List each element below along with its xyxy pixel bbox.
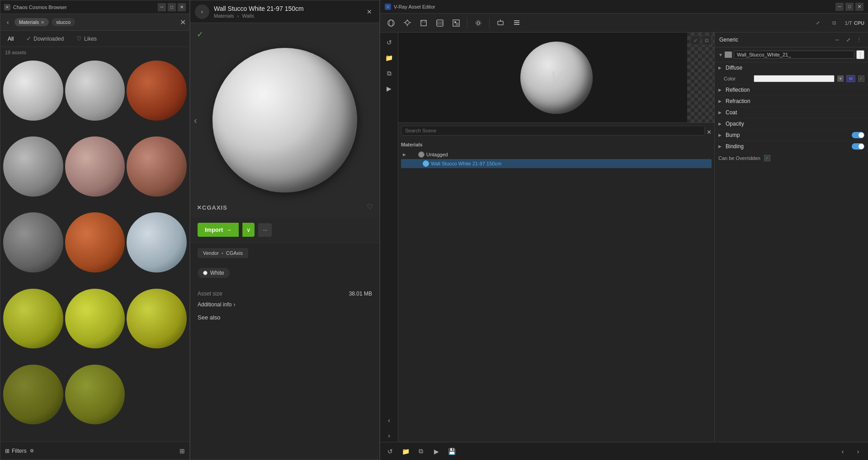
tree-item-untagged[interactable]: ▶ Untagged: [401, 150, 712, 159]
list-item[interactable]: [127, 61, 187, 135]
list-item[interactable]: [127, 136, 187, 211]
override-toolbar-button[interactable]: [493, 16, 508, 30]
list-item[interactable]: [65, 61, 125, 135]
list-item[interactable]: [3, 61, 63, 135]
scene-search-clear[interactable]: ✕: [707, 129, 712, 136]
list-item[interactable]: [3, 365, 63, 439]
refraction-header[interactable]: ▶ Refraction: [715, 96, 868, 107]
list-item[interactable]: [3, 136, 63, 211]
binding-header[interactable]: ▶ Binding: [715, 141, 868, 152]
side-copy-button[interactable]: ⧉: [383, 67, 396, 80]
bottom-render-button[interactable]: ▶: [430, 445, 443, 458]
can-override-checkbox[interactable]: ✓: [764, 155, 770, 161]
bottom-refresh-button[interactable]: ↺: [384, 445, 396, 458]
list-item[interactable]: [127, 289, 187, 363]
side-arrow-right-button[interactable]: ›: [383, 429, 396, 442]
material-more-button[interactable]: ⋮: [856, 50, 864, 59]
props-pin-button[interactable]: ─: [833, 35, 842, 44]
side-folder-button[interactable]: 📁: [383, 52, 396, 64]
vray-preview-sphere: V: [520, 42, 593, 114]
additional-info-button[interactable]: Additional info ›: [198, 301, 372, 308]
expand-button[interactable]: ⤢: [811, 16, 825, 30]
material-detail-panel: ‹ Wall Stucco White 21-97 150cm Material…: [190, 0, 380, 460]
list-item[interactable]: [65, 136, 125, 211]
reflection-header[interactable]: ▶ Reflection: [715, 84, 868, 95]
stucco-search-tag[interactable]: stucco: [52, 18, 75, 26]
props-more-button[interactable]: ⋮: [854, 35, 863, 44]
list-item[interactable]: [3, 289, 63, 363]
opacity-header[interactable]: ▶ Opacity: [715, 118, 868, 129]
material-collapse-arrow[interactable]: ▼: [718, 52, 723, 57]
detail-close-button[interactable]: ✕: [364, 6, 375, 17]
material-name-input[interactable]: [734, 51, 854, 59]
list-item[interactable]: [3, 212, 63, 286]
materials-tab-close[interactable]: ✕: [41, 20, 44, 25]
import-button[interactable]: Import →: [198, 223, 239, 237]
vray-minimize-button[interactable]: ─: [835, 3, 844, 11]
materials-toolbar-button[interactable]: [384, 16, 398, 30]
vray-title: V-Ray Asset Editor: [394, 4, 435, 9]
scene-layout-button[interactable]: ⊡: [702, 35, 712, 45]
back-button[interactable]: ‹: [195, 5, 209, 19]
close-panel-button[interactable]: ✕: [180, 18, 186, 27]
bottom-copy-button[interactable]: ⧉: [415, 445, 427, 458]
side-arrow-left-button[interactable]: ‹: [383, 414, 396, 427]
color-arrow-button[interactable]: ▼: [837, 75, 844, 82]
layout-button[interactable]: ⊡: [827, 16, 841, 30]
color-enable-check[interactable]: ✓: [858, 75, 864, 82]
scene-expand-button[interactable]: ⤢: [690, 35, 700, 45]
filters-button[interactable]: ⊞ Filters ⚙: [5, 448, 34, 454]
side-render-button[interactable]: ▶: [383, 82, 396, 95]
side-history-button[interactable]: ↺: [383, 36, 396, 49]
diffuse-color-row: Color ▼ M ✓: [715, 73, 868, 84]
like-button[interactable]: ♡: [367, 202, 373, 211]
maximize-button[interactable]: □: [168, 3, 176, 11]
binding-section: ▶ Binding: [715, 141, 868, 152]
list-item[interactable]: [127, 212, 187, 286]
bottom-arrow-left-button[interactable]: ‹: [836, 445, 849, 458]
vray-maximize-button[interactable]: □: [845, 3, 854, 11]
nav-downloaded[interactable]: ✓ Downloaded: [24, 33, 66, 44]
scene-toolbar-button[interactable]: [509, 16, 524, 30]
diffuse-header[interactable]: ▶ Diffuse: [715, 62, 868, 73]
bottom-folder-button[interactable]: 📁: [399, 445, 412, 458]
close-button[interactable]: ✕: [178, 3, 186, 11]
textures-toolbar-button[interactable]: [433, 16, 447, 30]
color-swatch[interactable]: [754, 75, 835, 82]
minimize-button[interactable]: ─: [158, 3, 166, 11]
lights-toolbar-button[interactable]: [400, 16, 415, 30]
list-item[interactable]: [65, 212, 125, 286]
binding-toggle[interactable]: [852, 143, 864, 150]
materials-tab[interactable]: Materials ✕: [14, 18, 49, 26]
nav-all[interactable]: All: [5, 34, 16, 44]
bump-toggle[interactable]: [852, 132, 864, 138]
color-tag[interactable]: White: [198, 268, 230, 278]
bottom-save-button[interactable]: 💾: [445, 445, 458, 458]
asset-size-row: Asset size 38.01 MB: [198, 291, 372, 297]
material-title: Wall Stucco White 21-97 150cm: [214, 5, 364, 12]
list-item[interactable]: [65, 365, 125, 439]
bump-header[interactable]: ▶ Bump: [715, 130, 868, 141]
scene-search-input[interactable]: [401, 126, 705, 136]
tree-item-wall-stucco[interactable]: Wall Stucco White 21-97 150cm: [401, 159, 712, 168]
nav-downloaded-label: Downloaded: [33, 36, 64, 42]
list-item[interactable]: [65, 289, 125, 363]
grid-view-button[interactable]: ⊞: [179, 447, 185, 455]
vendor-label: Vendor: [203, 250, 219, 256]
import-more-button[interactable]: ···: [258, 223, 272, 237]
geometry-toolbar-button[interactable]: [416, 16, 431, 30]
import-dropdown-button[interactable]: ∨: [242, 223, 255, 237]
coat-header[interactable]: ▶ Coat: [715, 107, 868, 118]
render-elements-button[interactable]: [449, 16, 463, 30]
nav-likes[interactable]: ♡ Likes: [74, 33, 99, 44]
back-nav-button[interactable]: ‹: [4, 17, 12, 28]
vray-close-button[interactable]: ✕: [855, 3, 863, 11]
color-link-button[interactable]: M: [846, 75, 855, 82]
prev-nav-button[interactable]: ‹: [194, 115, 197, 126]
svg-point-16: [477, 22, 480, 24]
bottom-arrow-right-button[interactable]: ›: [852, 445, 864, 458]
geometry-icon: [420, 19, 428, 27]
settings-toolbar-button[interactable]: [471, 16, 486, 30]
props-expand-button[interactable]: ⤢: [844, 35, 853, 44]
color-dot-white: [203, 271, 208, 275]
